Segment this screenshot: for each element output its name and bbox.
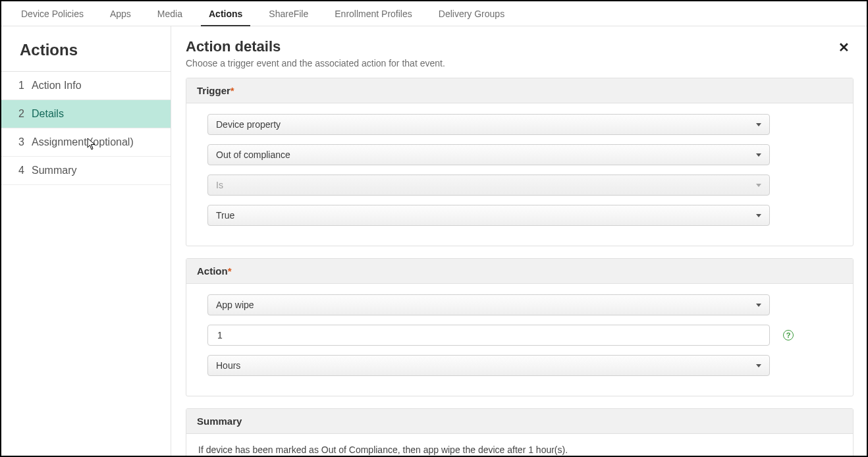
step-label: Assignment (optional)	[32, 136, 157, 148]
dropdown-value: Is	[216, 180, 223, 190]
dropdown-value: True	[216, 210, 234, 221]
dropdown-value: Out of compliance	[216, 149, 290, 160]
summary-text: If device has been marked as Out of Comp…	[186, 434, 853, 456]
tab-enrollment-profiles[interactable]: Enrollment Profiles	[321, 1, 425, 26]
step-number: 2	[18, 108, 32, 120]
page-title: Action details	[186, 38, 834, 55]
dropdown-value: App wipe	[216, 300, 254, 310]
delay-value-field-container	[207, 325, 770, 346]
tab-delivery-groups[interactable]: Delivery Groups	[425, 1, 518, 26]
action-heading-text: Action	[197, 265, 228, 277]
close-icon: ✕	[838, 40, 850, 55]
tab-apps[interactable]: Apps	[97, 1, 144, 26]
required-indicator: *	[231, 85, 234, 96]
chevron-down-icon	[756, 184, 761, 187]
action-heading: Action*	[186, 259, 853, 284]
main-content: Action details Choose a trigger event an…	[171, 26, 867, 456]
action-panel: Action* App wipe ? Hours	[186, 258, 854, 396]
step-assignment[interactable]: 3 Assignment (optional)	[1, 128, 171, 157]
sidebar-title: Actions	[1, 26, 171, 72]
question-mark-icon: ?	[786, 331, 791, 339]
trigger-property-dropdown[interactable]: Out of compliance	[207, 144, 770, 165]
step-number: 4	[18, 165, 32, 176]
chevron-down-icon	[756, 304, 761, 307]
page-subtitle: Choose a trigger event and the associate…	[186, 58, 834, 68]
trigger-panel: Trigger* Device property Out of complian…	[186, 78, 854, 246]
tab-media[interactable]: Media	[144, 1, 196, 26]
dropdown-value: Device property	[216, 119, 281, 130]
trigger-operator-dropdown[interactable]: Is	[207, 175, 770, 196]
required-indicator: *	[228, 265, 232, 277]
close-button[interactable]: ✕	[834, 38, 854, 57]
top-tabs: Device Policies Apps Media Actions Share…	[1, 1, 867, 26]
summary-panel: Summary If device has been marked as Out…	[186, 408, 854, 456]
wizard-sidebar: Actions 1 Action Info 2 Details 3 Assign…	[1, 26, 171, 456]
step-number: 1	[18, 80, 32, 92]
step-action-info[interactable]: 1 Action Info	[1, 72, 171, 100]
trigger-heading: Trigger*	[186, 78, 853, 103]
action-type-dropdown[interactable]: App wipe	[207, 294, 770, 315]
tab-device-policies[interactable]: Device Policies	[8, 1, 97, 26]
step-number: 3	[18, 136, 32, 148]
chevron-down-icon	[756, 153, 761, 157]
step-summary[interactable]: 4 Summary	[1, 157, 171, 185]
step-details[interactable]: 2 Details	[1, 100, 171, 128]
dropdown-value: Hours	[216, 360, 240, 371]
trigger-event-type-dropdown[interactable]: Device property	[207, 114, 770, 135]
step-label: Action Info	[32, 80, 157, 92]
step-label: Details	[32, 108, 157, 120]
tab-actions[interactable]: Actions	[196, 1, 256, 26]
delay-value-field[interactable]	[216, 329, 761, 341]
step-label: Summary	[32, 165, 157, 176]
trigger-heading-text: Trigger	[197, 85, 231, 96]
chevron-down-icon	[756, 123, 761, 126]
help-icon[interactable]: ?	[783, 330, 794, 340]
trigger-value-dropdown[interactable]: True	[207, 205, 770, 226]
tab-sharefile[interactable]: ShareFile	[256, 1, 321, 26]
chevron-down-icon	[756, 214, 761, 217]
chevron-down-icon	[756, 364, 761, 367]
delay-unit-dropdown[interactable]: Hours	[207, 355, 770, 376]
summary-heading: Summary	[186, 409, 853, 434]
